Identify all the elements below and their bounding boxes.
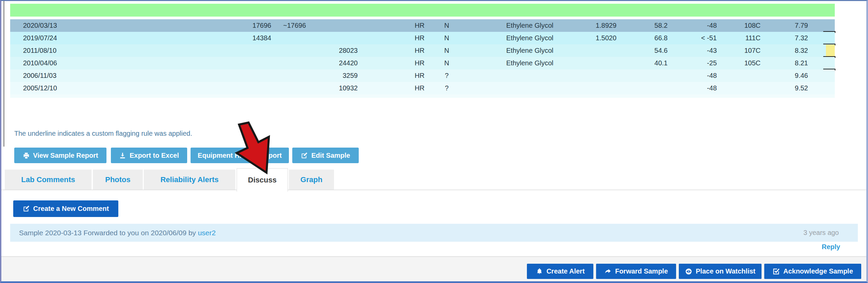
table-row[interactable]: 2010/04/0624420HRNEthylene Glycol40.1-25… [10, 57, 835, 69]
cell-meter2: 10932 [288, 82, 358, 94]
table-bottom-strip [10, 94, 835, 98]
comment-item[interactable]: Sample 2020-03-13 Forwarded to you on 20… [10, 224, 858, 242]
comment-user-link[interactable]: user2 [198, 229, 216, 237]
create-new-comment-label: Create a New Comment [33, 205, 109, 213]
cell-test: HR [403, 57, 436, 69]
cell-date: 2005/12/10 [23, 82, 87, 94]
cell-meter2: 28023 [288, 44, 358, 57]
edit-sample-label: Edit Sample [311, 152, 350, 159]
table-header-bar [10, 4, 835, 17]
create-alert-label: Create Alert [547, 267, 585, 275]
tab-lab-comments-label: Lab Comments [21, 175, 75, 184]
footer-bar: Create Alert Forward Sample Place on Wat… [0, 256, 868, 283]
highlighted-cell [826, 45, 835, 57]
cell-ph: 8.21 [754, 57, 808, 69]
panel-edge-line [3, 0, 4, 147]
table-row[interactable]: 2019/07/2414384HRNEthylene Glycol1.50206… [10, 32, 835, 44]
export-to-excel-button[interactable]: Export to Excel [111, 148, 187, 163]
sample-history-table: 2020/03/1317696~17696HRNEthylene Glycol1… [10, 19, 835, 98]
tab-lab-comments[interactable]: Lab Comments [5, 170, 92, 190]
cell-meter: 17696 [200, 19, 271, 32]
cell-ph: 7.32 [754, 32, 808, 44]
tab-photos[interactable]: Photos [93, 170, 143, 190]
cell-sg [562, 44, 616, 57]
cell-boil: 108C [706, 19, 761, 32]
cell-ph: 8.32 [754, 44, 808, 57]
table-row[interactable]: 2005/12/1010932HR?-489.52 [10, 82, 835, 94]
checkbox-check-icon [772, 268, 780, 275]
acknowledge-sample-label: Acknowledge Sample [783, 267, 853, 275]
table-row[interactable]: 2020/03/1317696~17696HRNEthylene Glycol1… [10, 19, 835, 32]
cell-meter2: 3259 [288, 69, 358, 82]
tab-photos-label: Photos [105, 175, 131, 184]
cell-meter [200, 44, 271, 57]
cell-boil: 105C [706, 57, 761, 69]
cell-sg [562, 57, 616, 69]
cell-meter [200, 69, 271, 82]
cell-date: 2019/07/24 [23, 32, 87, 44]
cell-sg [562, 82, 616, 94]
cell-meter [200, 57, 271, 69]
cell-test: HR [403, 19, 436, 32]
view-sample-report-button[interactable]: View Sample Report [14, 148, 106, 163]
tab-discuss[interactable]: Discuss [237, 168, 288, 192]
cell-meter [200, 82, 271, 94]
footer-actions: Create Alert Forward Sample Place on Wat… [527, 264, 861, 279]
reply-link[interactable]: Reply [822, 243, 840, 251]
cell-boil [706, 69, 761, 82]
forward-sample-button[interactable]: Forward Sample [596, 264, 676, 279]
edit-icon [301, 152, 308, 159]
cell-sg: 1.5020 [562, 32, 616, 44]
download-icon [119, 152, 126, 159]
comment-text: Sample 2020-03-13 Forwarded to you on 20… [19, 224, 216, 242]
equipment-history-report-button[interactable]: Equipment History Report [191, 148, 289, 163]
flag-note: The underline indicates a custom flaggin… [14, 130, 192, 137]
cell-date: 2020/03/13 [23, 19, 87, 32]
table-row[interactable]: 2011/08/1028023HRNEthylene Glycol54.6-43… [10, 44, 835, 57]
cell-sg: 1.8929 [562, 19, 616, 32]
cell-date: 2010/04/06 [23, 57, 87, 69]
equipment-history-report-label: Equipment History Report [198, 152, 282, 159]
view-sample-report-label: View Sample Report [33, 152, 98, 159]
cell-sg [562, 69, 616, 82]
cell-ph: 7.79 [754, 19, 808, 32]
cell-meter2 [288, 19, 358, 32]
sample-history-screen: 2020/03/1317696~17696HRNEthylene Glycol1… [0, 0, 868, 283]
cell-glycol: 40.1 [613, 57, 668, 69]
cell-ph: 9.46 [754, 69, 808, 82]
comment-age: 3 years ago [803, 224, 839, 242]
cell-meter2 [288, 32, 358, 44]
cell-result: N [436, 57, 458, 69]
create-alert-button[interactable]: Create Alert [527, 264, 593, 279]
tab-graph-label: Graph [300, 175, 322, 184]
tab-reliability-alerts[interactable]: Reliability Alerts [144, 170, 235, 190]
tab-graph[interactable]: Graph [289, 170, 334, 190]
cell-result: ? [436, 82, 458, 94]
cell-test: HR [403, 82, 436, 94]
table-row[interactable]: 2006/11/033259HR?-489.46 [10, 69, 835, 82]
watch-eye-icon [685, 268, 692, 275]
comment-prefix: Sample 2020-03-13 Forwarded to you on 20… [19, 229, 198, 237]
forward-icon [604, 268, 612, 275]
cell-test: HR [403, 44, 436, 57]
cell-glycol [613, 82, 668, 94]
cell-date: 2006/11/03 [23, 69, 87, 82]
cell-test: HR [403, 69, 436, 82]
cell-result: ? [436, 69, 458, 82]
tab-reliability-alerts-label: Reliability Alerts [160, 175, 219, 184]
cell-result: N [436, 19, 458, 32]
cell-boil [706, 82, 761, 94]
cell-ph: 9.52 [754, 82, 808, 94]
forward-sample-label: Forward Sample [615, 267, 668, 275]
place-on-watchlist-label: Place on Watchlist [696, 267, 755, 275]
edit-sample-button[interactable]: Edit Sample [292, 148, 359, 163]
cell-boil: 107C [706, 44, 761, 57]
cell-glycol: 54.6 [613, 44, 668, 57]
place-on-watchlist-button[interactable]: Place on Watchlist [679, 264, 762, 279]
create-new-comment-button[interactable]: Create a New Comment [13, 200, 118, 217]
cell-meter: 14384 [200, 32, 271, 44]
cell-glycol: 58.2 [613, 19, 668, 32]
export-to-excel-label: Export to Excel [130, 152, 179, 159]
cell-boil: 111C [706, 32, 761, 44]
acknowledge-sample-button[interactable]: Acknowledge Sample [764, 264, 861, 279]
